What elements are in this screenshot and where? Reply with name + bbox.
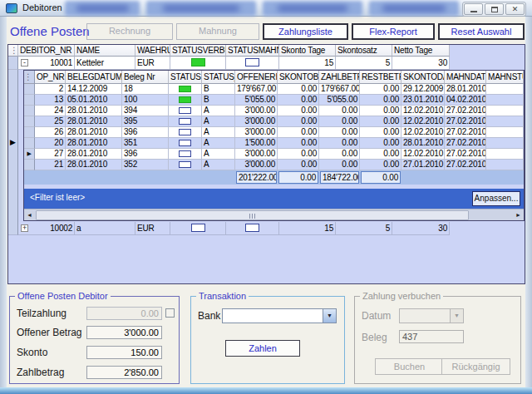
mahnstufe-cell[interactable] [486,95,524,106]
mahndatum-cell[interactable]: 28.01.2010 [445,84,486,95]
offenerbetrag-cell[interactable]: 5'055.00 [235,95,278,106]
belegdatum-cell[interactable]: 28.01.2010 [66,106,122,116]
offenerbetrag-cell[interactable]: 3'000.00 [235,116,278,127]
skontodatum-cell[interactable]: 29.12.2009 [401,84,445,95]
expand-expander[interactable]: + [21,224,28,232]
skonto-tage-cell[interactable]: 15 [279,57,336,70]
name-cell[interactable]: a [75,222,135,235]
restbetrag-cell[interactable]: 0.00 [360,116,401,127]
skontobetrag-cell[interactable]: 0.00 [278,116,319,127]
op-nr-cell[interactable]: 13 [35,95,66,106]
belegdatum-cell[interactable]: 28.01.2010 [66,138,122,149]
teilzahlung-field[interactable]: 0.00 [86,307,162,320]
belegdatum-cell[interactable]: 28.01.2010 [66,160,122,170]
belegdatum-cell[interactable]: 28.01.2010 [66,127,122,138]
skontodatum-cell[interactable]: 12.02.2010 [401,149,445,160]
mahnstufe-cell[interactable] [486,127,524,138]
op-nr-cell[interactable]: 26 [35,127,66,138]
skontobetrag-cell[interactable]: 0.00 [278,160,319,170]
bank-dropdown[interactable]: ▼ [222,308,337,323]
restbetrag-cell[interactable]: 0.00 [360,84,401,95]
zahlbetrag-cell[interactable]: 0.00 [319,160,360,170]
reset-auswahl-button[interactable]: Reset Auswahl [438,23,525,40]
offenerbetrag-cell[interactable]: 179'667.00 [235,84,278,95]
mahnstufe-cell[interactable] [486,106,524,116]
detail-row[interactable]: 24 28.01.2010 394 A 3'000.00 0.00 0.00 0… [24,106,524,116]
col-statusverbucht[interactable]: STATUSVERBUCI [170,45,226,57]
offenerbetrag-cell[interactable]: 3'000.00 [235,160,278,170]
offenerbetrag-cell[interactable]: 1'500.00 [235,138,278,149]
statusmahnen-cell[interactable] [226,222,279,235]
collapse-expander[interactable]: - [21,59,28,66]
zahlbetrag-cell[interactable]: 0.00 [319,106,360,116]
waehrung-cell[interactable]: EUR [135,57,170,70]
offenerbetrag-cell[interactable]: 3'000.00 [235,127,278,138]
skontobetrag-cell[interactable]: 0.00 [278,106,319,116]
skontosatz-cell[interactable]: 5 [336,57,392,70]
restbetrag-cell[interactable]: 0.00 [360,127,401,138]
col-beleg-nr[interactable]: Beleg Nr [122,71,169,84]
mahnstufe-cell[interactable] [486,149,524,160]
skontobetrag-cell[interactable]: 0.00 [278,149,319,160]
master-row-10001[interactable]: - 10001 Ketteler EUR 15 5 30 [8,57,525,70]
close-button[interactable]: ✕ [505,3,525,15]
zahlbetrag-cell[interactable]: 0.00 [319,149,360,160]
detail-row[interactable]: 20 28.01.2010 351 A 1'500.00 0.00 0.00 0… [24,138,524,149]
dropdown-arrow-icon[interactable]: ▼ [323,309,336,323]
netto-tage-cell[interactable]: 30 [392,222,450,235]
beleg-nr-cell[interactable]: 352 [122,160,169,170]
col-waehrung[interactable]: WAEHRU [135,45,170,57]
scroll-left-icon[interactable]: ◄ [27,212,32,218]
mahndatum-cell[interactable]: 27.02.2010 [445,149,486,160]
restbetrag-cell[interactable]: 0.00 [360,160,401,170]
status2-cell[interactable]: A [202,106,235,116]
zahlbetrag-field[interactable]: 2'850.00 [86,366,162,379]
statusverbucht-cell[interactable] [170,57,226,70]
beleg-nr-cell[interactable]: 394 [122,106,169,116]
col-status[interactable]: STATUS [169,71,202,84]
mahnstufe-cell[interactable] [486,160,524,170]
skontobetrag-cell[interactable]: 0.00 [278,138,319,149]
skonto-tage-cell[interactable]: 15 [279,222,336,235]
op-nr-cell[interactable]: 20 [35,138,66,149]
zahlbetrag-cell[interactable]: 5'055.00 [319,95,360,106]
mahndatum-cell[interactable]: 27.02.2010 [445,160,486,170]
status-cell[interactable] [169,106,202,116]
scroll-right-icon[interactable]: ► [515,212,521,218]
status-cell[interactable] [169,149,202,160]
detail-row[interactable]: 26 28.01.2010 396 A 3'000.00 0.00 0.00 0… [24,127,524,138]
restbetrag-cell[interactable]: 0.00 [360,138,401,149]
col-status2[interactable]: STATUS_ [202,71,235,84]
status-cell[interactable] [169,160,202,170]
skontobetrag-cell[interactable]: 0.00 [278,127,319,138]
status2-cell[interactable]: A [202,116,235,127]
mahndatum-cell[interactable]: 27.02.2010 [445,106,486,116]
restbetrag-cell[interactable]: 0.00 [360,149,401,160]
col-skontosatz[interactable]: Skontosatz [336,45,392,57]
zahlbetrag-cell[interactable]: 179'667.00 [319,84,360,95]
status2-cell[interactable]: B [202,84,235,95]
detail-row-current[interactable]: ▶ 27 28.01.2010 396 A 3'000.00 0.00 0.00… [24,149,524,160]
col-netto-tage[interactable]: Netto Tage [392,45,450,57]
status2-cell[interactable]: B [202,95,235,106]
op-nr-cell[interactable]: 2 [35,84,66,95]
skontodatum-cell[interactable]: 23.01.2010 [401,95,445,106]
op-nr-cell[interactable]: 27 [35,149,66,160]
col-op-nr[interactable]: OP_NR [35,71,66,84]
status2-cell[interactable]: A [202,138,235,149]
zahlbetrag-cell[interactable]: 0.00 [319,116,360,127]
horizontal-scrollbar[interactable]: ◄ ► [24,209,524,220]
teilzahlung-checkbox[interactable] [165,308,175,318]
skontodatum-cell[interactable]: 12.02.2010 [401,106,445,116]
netto-tage-cell[interactable]: 30 [392,57,450,70]
skonto-field[interactable]: 150.00 [86,346,162,359]
col-skontobetrag[interactable]: SKONTOBET [278,71,319,84]
col-statusmahnen[interactable]: STATUSMAHNEN [226,45,279,57]
offener-betrag-field[interactable]: 3'000.00 [86,326,162,339]
skontobetrag-cell[interactable]: 0.00 [278,95,319,106]
col-offenerbetrag[interactable]: OFFENERBE [235,71,278,84]
skontobetrag-cell[interactable]: 0.00 [278,84,319,95]
mahnstufe-cell[interactable] [486,138,524,149]
status2-cell[interactable]: A [202,149,235,160]
status-cell[interactable] [169,127,202,138]
